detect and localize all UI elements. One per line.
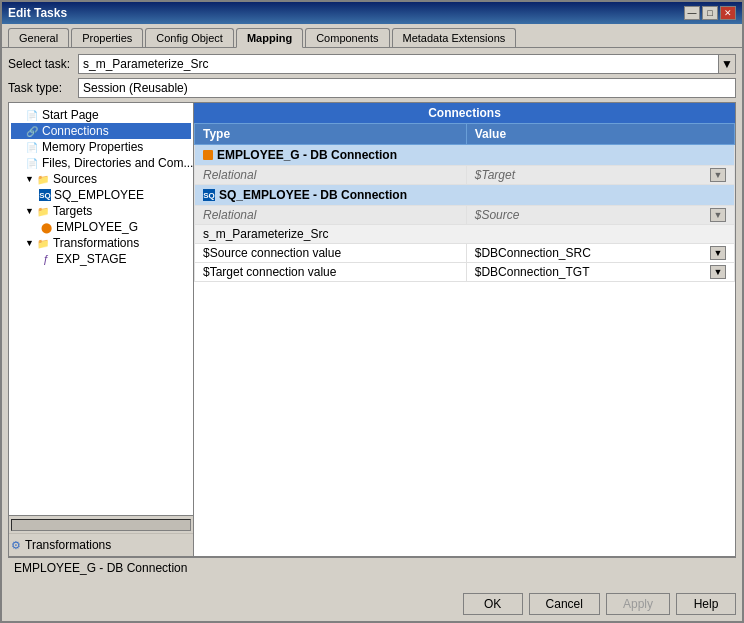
task-dropdown-btn[interactable]: ▼ [718,54,736,74]
col-value-header: Value [466,124,734,145]
transforms-expand-icon: ▼ [25,238,34,248]
tree-label-files-dirs: Files, Directories and Com... [42,156,193,170]
tree-label-transformations: Transformations [53,236,139,250]
connections-table-header: Type Value [195,124,735,145]
tab-metadata-extensions[interactable]: Metadata Extensions [392,28,517,47]
tree-item-memory-properties[interactable]: 📄 Memory Properties [11,139,191,155]
sm-param-header-label: s_m_Parameterize_Src [203,227,328,241]
targets-folder-icon: 📁 [36,204,50,218]
tree-label-sources: Sources [53,172,97,186]
source-conn-value[interactable]: $DBConnection_SRC ▼ [466,244,734,263]
sq-employee-header-cell: SQ SQ_EMPLOYEE - DB Connection [195,185,735,206]
connections-header: Connections [194,103,735,123]
titlebar-buttons: — □ ✕ [684,6,736,20]
employee-g-section-header: EMPLOYEE_G - DB Connection [195,145,735,166]
tree-content: 📄 Start Page 🔗 Connections 📄 Memory Prop… [9,103,193,335]
transforms-bottom-icon: ⚙ [11,539,21,552]
col-type-header: Type [195,124,467,145]
sq-relational-type: Relational [195,206,467,225]
tree-item-employee-g[interactable]: ⬤ EMPLOYEE_G [11,219,191,235]
tab-general[interactable]: General [8,28,69,47]
maximize-button[interactable]: □ [702,6,718,20]
tree-item-sq-employee[interactable]: SQ SQ_EMPLOYEE [11,187,191,203]
target-conn-dropdown-btn[interactable]: ▼ [710,265,726,279]
tree-label-start-page: Start Page [42,108,99,122]
employee-g-value-cell: $Target ▼ [475,168,726,182]
employee-g-dropdown-btn[interactable]: ▼ [710,168,726,182]
target-conn-type: $Target connection value [195,263,467,282]
employee-g-icon: ⬤ [39,220,53,234]
connection-icon: 🔗 [25,124,39,138]
tree-item-exp-stage[interactable]: ƒ EXP_STAGE [11,251,191,267]
target-conn-value-cell: $DBConnection_TGT ▼ [475,265,726,279]
employee-g-header-cell: EMPLOYEE_G - DB Connection [195,145,735,166]
tree-item-connections[interactable]: 🔗 Connections [11,123,191,139]
sq-value-cell: $Source ▼ [475,208,726,222]
sq-relational-value[interactable]: $Source ▼ [466,206,734,225]
tree-bottom-label: Transformations [25,538,111,552]
sources-expand-icon: ▼ [25,174,34,184]
sm-param-section-header: s_m_Parameterize_Src [195,225,735,244]
source-conn-row: $Source connection value $DBConnection_S… [195,244,735,263]
sources-folder-icon: 📁 [36,172,50,186]
help-button[interactable]: Help [676,593,736,615]
tree-panel: 📄 Start Page 🔗 Connections 📄 Memory Prop… [9,103,194,556]
titlebar: Edit Tasks — □ ✕ [2,2,742,24]
select-task-row: Select task: ▼ [8,54,736,74]
cancel-button[interactable]: Cancel [529,593,600,615]
tree-label-targets: Targets [53,204,92,218]
transforms-folder-icon: 📁 [36,236,50,250]
tree-label-memory-properties: Memory Properties [42,140,143,154]
source-conn-value-cell: $DBConnection_SRC ▼ [475,246,726,260]
apply-button[interactable]: Apply [606,593,670,615]
page-icon: 📄 [25,108,39,122]
orange-dot-icon [203,150,213,160]
tree-label-exp-stage: EXP_STAGE [56,252,126,266]
tree-scrollbar[interactable] [11,519,191,531]
tree-item-transformations[interactable]: ▼ 📁 Transformations [11,235,191,251]
tree-item-start-page[interactable]: 📄 Start Page [11,107,191,123]
task-input[interactable] [78,54,718,74]
tree-label-sq-employee: SQ_EMPLOYEE [54,188,144,202]
close-button[interactable]: ✕ [720,6,736,20]
memory-icon: 📄 [25,140,39,154]
tree-item-files-dirs[interactable]: 📄 Files, Directories and Com... [11,155,191,171]
sq-icon: SQ [39,189,51,201]
tree-scrollbar-area [9,515,193,533]
tab-properties[interactable]: Properties [71,28,143,47]
minimize-button[interactable]: — [684,6,700,20]
sm-param-header-cell: s_m_Parameterize_Src [195,225,735,244]
connections-panel: Connections Type Value [194,103,735,556]
main-window: Edit Tasks — □ ✕ General Properties Conf… [0,0,744,623]
tab-mapping[interactable]: Mapping [236,28,303,48]
tree-bottom-button[interactable]: ⚙ Transformations [9,533,193,556]
tree-item-sources[interactable]: ▼ 📁 Sources [11,171,191,187]
targets-expand-icon: ▼ [25,206,34,216]
button-row: OK Cancel Apply Help [2,587,742,621]
employee-g-relational-value[interactable]: $Target ▼ [466,166,734,185]
tab-components[interactable]: Components [305,28,389,47]
tree-label-connections: Connections [42,124,109,138]
employee-g-relational-type: Relational [195,166,467,185]
tree-item-targets[interactable]: ▼ 📁 Targets [11,203,191,219]
ok-button[interactable]: OK [463,593,523,615]
window-title: Edit Tasks [8,6,67,20]
main-area: 📄 Start Page 🔗 Connections 📄 Memory Prop… [8,102,736,557]
tree-bottom: ⚙ Transformations [9,335,193,556]
source-conn-type: $Source connection value [195,244,467,263]
content-area: Select task: ▼ Task type: Session (Reusa… [2,48,742,587]
employee-g-relational-row: Relational $Target ▼ [195,166,735,185]
tabs-bar: General Properties Config Object Mapping… [2,24,742,48]
target-conn-value[interactable]: $DBConnection_TGT ▼ [466,263,734,282]
sq-relational-row: Relational $Source ▼ [195,206,735,225]
status-text: EMPLOYEE_G - DB Connection [14,561,187,575]
sq-dropdown-btn[interactable]: ▼ [710,208,726,222]
task-type-value: Session (Reusable) [78,78,736,98]
source-conn-dropdown-btn[interactable]: ▼ [710,246,726,260]
sq-employee-section-header: SQ SQ_EMPLOYEE - DB Connection [195,185,735,206]
task-type-row: Task type: Session (Reusable) [8,78,736,98]
task-dropdown[interactable]: ▼ [78,54,736,74]
task-label: Select task: [8,57,78,71]
exp-stage-icon: ƒ [39,252,53,266]
tab-config-object[interactable]: Config Object [145,28,234,47]
